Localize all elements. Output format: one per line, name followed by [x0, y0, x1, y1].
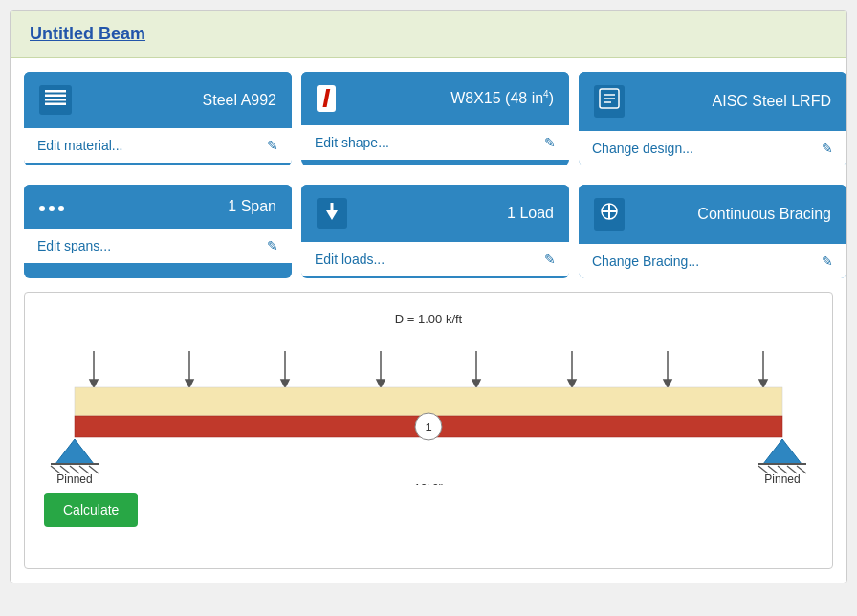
bracing-card: Continuous Bracing Change Bracing... ✎ — [579, 185, 846, 278]
svg-text:Pinned: Pinned — [56, 473, 92, 485]
design-edit-icon[interactable]: ✎ — [822, 141, 833, 156]
svg-rect-1 — [45, 95, 66, 98]
shape-link[interactable]: Edit shape... — [315, 135, 389, 150]
loads-footer: Edit loads... ✎ — [301, 242, 569, 276]
svg-rect-2 — [45, 99, 66, 101]
bracing-card-header: Continuous Bracing — [579, 185, 846, 244]
loads-title: 1 Load — [359, 205, 554, 222]
svg-marker-28 — [759, 380, 767, 387]
design-card-header: AISC Steel LRFD — [579, 72, 846, 131]
svg-rect-0 — [45, 90, 66, 93]
shape-card-header: I W8X15 (48 in4) — [301, 72, 569, 125]
svg-marker-41 — [763, 439, 802, 464]
svg-marker-33 — [55, 439, 94, 464]
material-card-header: Steel A992 — [24, 72, 292, 128]
shape-footer: Edit shape... ✎ — [301, 125, 569, 160]
loads-icon — [317, 198, 347, 229]
material-card: Steel A992 Edit material... ✎ — [24, 72, 292, 165]
svg-marker-14 — [90, 380, 98, 387]
spans-link[interactable]: Edit spans... — [37, 238, 111, 253]
svg-text:Pinned: Pinned — [764, 473, 800, 485]
design-link[interactable]: Change design... — [592, 141, 693, 156]
svg-marker-26 — [664, 380, 671, 387]
material-title: Steel A992 — [83, 92, 276, 109]
bracing-edit-icon[interactable]: ✎ — [822, 253, 833, 269]
design-footer: Change design... ✎ — [579, 131, 846, 165]
cards-row-1: Steel A992 Edit material... ✎ I W8X15 (4… — [24, 72, 846, 165]
material-icon — [39, 85, 72, 115]
load-label: D = 1.00 k/ft — [44, 312, 813, 326]
bracing-icon — [594, 198, 625, 231]
spans-card-header: 1 Span — [24, 185, 292, 229]
bracing-link[interactable]: Change Bracing... — [592, 253, 699, 269]
design-card: AISC Steel LRFD Change design... ✎ — [579, 72, 846, 165]
svg-marker-18 — [281, 380, 289, 387]
spans-edit-icon[interactable]: ✎ — [267, 238, 278, 253]
svg-marker-16 — [186, 380, 193, 387]
loads-link[interactable]: Edit loads... — [315, 252, 385, 267]
beam-title[interactable]: Untitled Beam — [30, 24, 145, 43]
shape-icon: I — [317, 85, 336, 112]
cards-row-2: 1 Span Edit spans... ✎ 1 Load — [24, 185, 846, 278]
material-link[interactable]: Edit material... — [37, 138, 122, 153]
svg-marker-24 — [568, 380, 576, 387]
design-title: AISC Steel LRFD — [636, 93, 831, 110]
svg-text:12' 0": 12' 0" — [414, 482, 443, 485]
svg-marker-20 — [377, 380, 385, 387]
bracing-title: Continuous Bracing — [636, 206, 831, 223]
diagram-section: D = 1.00 k/ft — [24, 292, 833, 569]
loads-card-header: 1 Load — [301, 185, 569, 242]
svg-rect-9 — [331, 203, 334, 211]
cards-section: Steel A992 Edit material... ✎ I W8X15 (4… — [11, 58, 846, 292]
loads-edit-icon[interactable]: ✎ — [544, 252, 556, 267]
header-section: Untitled Beam — [11, 11, 846, 58]
calculate-button[interactable]: Calculate — [44, 493, 138, 527]
material-edit-icon[interactable]: ✎ — [267, 138, 278, 153]
shape-edit-icon[interactable]: ✎ — [544, 135, 556, 150]
main-container: Untitled Beam Steel A992 — [10, 10, 847, 583]
svg-text:1: 1 — [425, 420, 431, 434]
bracing-footer: Change Bracing... ✎ — [579, 244, 846, 278]
svg-marker-8 — [326, 210, 338, 220]
beam-svg: 1 Pinned Pinned — [46, 332, 811, 485]
shape-card: I W8X15 (48 in4) Edit shape... ✎ — [301, 72, 569, 165]
spans-icon — [39, 200, 64, 213]
shape-title: W8X15 (48 in4) — [347, 89, 554, 107]
spans-title: 1 Span — [76, 198, 276, 215]
design-icon — [594, 85, 625, 118]
svg-rect-3 — [45, 103, 66, 106]
material-footer: Edit material... ✎ — [24, 128, 292, 163]
loads-card: 1 Load Edit loads... ✎ — [301, 185, 569, 278]
spans-card: 1 Span Edit spans... ✎ — [24, 185, 292, 278]
spans-footer: Edit spans... ✎ — [24, 229, 292, 263]
svg-rect-29 — [75, 387, 782, 416]
svg-marker-22 — [472, 380, 480, 387]
